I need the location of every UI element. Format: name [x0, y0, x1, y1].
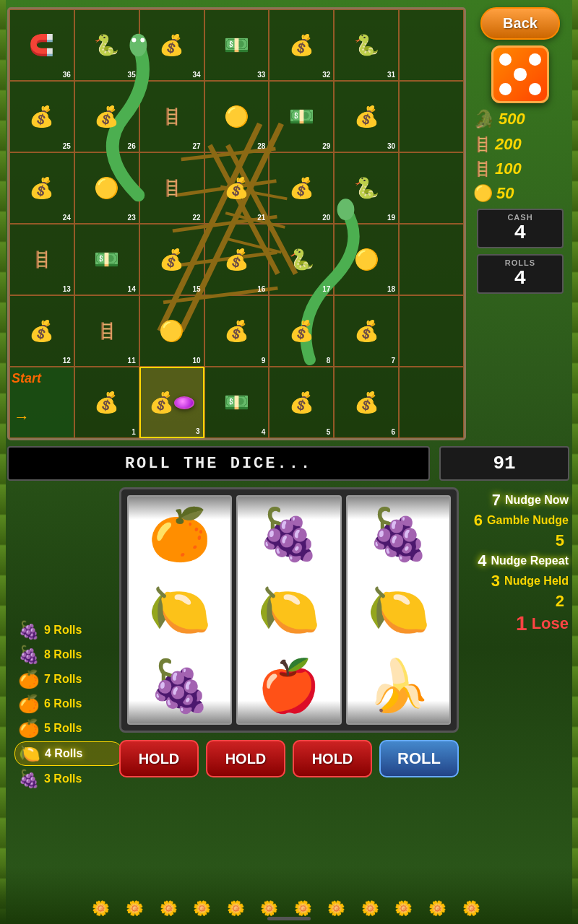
- roll-item-6: 🍊 6 Rolls: [14, 692, 123, 715]
- bamboo-right: [572, 0, 578, 924]
- cell-32: 💰 32: [269, 9, 334, 81]
- cell-11: 🪜 11: [74, 295, 139, 367]
- cell-23: 🟡 23: [74, 152, 139, 224]
- cell-8: 💰 8: [269, 295, 334, 367]
- cell-12: 💰 12: [9, 295, 74, 367]
- score-50: 🟡 50: [473, 184, 567, 203]
- reel1-fruit2: 🍋: [148, 585, 211, 635]
- cell-26: 💰 26: [74, 81, 139, 152]
- cell-20: 💰 20: [269, 152, 334, 224]
- die-dot-6: [529, 68, 541, 80]
- roll-item-8: 🍇 8 Rolls: [14, 643, 123, 666]
- home-indicator: [267, 917, 311, 920]
- dice[interactable]: [491, 45, 549, 103]
- roll-label-6: 6 Rolls: [44, 697, 82, 710]
- cell-19: 🐍 19: [334, 152, 399, 224]
- total-score: 91: [493, 453, 515, 474]
- buttons-row: HOLD HOLD HOLD ROLL: [119, 740, 459, 777]
- cell-9: 💰 9: [204, 295, 269, 367]
- snake-icon-large: 🐊: [473, 109, 495, 129]
- score-500: 🐊 500: [473, 109, 567, 129]
- reel-3: 🍇 🍋 🍌: [346, 495, 451, 725]
- roll-label-8: 8 Rolls: [44, 648, 82, 661]
- cell-27: 🪜 27: [139, 81, 204, 152]
- bamboo-left: [0, 0, 6, 924]
- roll-label-7: 7 Rolls: [44, 673, 82, 686]
- ladder-icon-100: 🪜: [473, 160, 491, 178]
- cell-10: 🟡 10: [139, 295, 204, 367]
- cell-29: 💵 29: [269, 81, 334, 152]
- prize-5: 5: [467, 531, 569, 550]
- prize-2: 2: [467, 592, 569, 611]
- roll-label-4: 4 Rolls: [45, 747, 82, 760]
- cell-empty-r2: [399, 81, 464, 152]
- cell-33: 💵 33: [204, 9, 269, 81]
- right-panel: Back 🐊 500 🪜 200 🪜 100 🟡 50 CASH 4 ROLLS…: [470, 7, 571, 440]
- cell-empty-r4: [399, 224, 464, 295]
- flowers-decoration: 🌼 🌼 🌼 🌼 🌼 🌼 🌼 🌼 🌼 🌼 🌼 🌼: [0, 899, 578, 917]
- marquee-bar: ROLL THE DICE...: [7, 446, 430, 481]
- cash-label: CASH: [481, 213, 559, 222]
- cell-empty-r6: [399, 367, 464, 438]
- hold-button-2[interactable]: HOLD: [206, 740, 285, 777]
- reel2-fruit3: 🍎: [257, 661, 320, 711]
- hold-button-1[interactable]: HOLD: [119, 740, 199, 777]
- cell-empty-r3: [399, 152, 464, 224]
- gold-icon-50: 🟡: [473, 184, 493, 203]
- cell-17: 🐍 17: [269, 224, 334, 295]
- cell-empty-r1: [399, 9, 464, 81]
- die-dot-8: [514, 83, 526, 95]
- prize-text-7: Nudge Now: [505, 494, 569, 507]
- ladder-icon-200: 🪜: [473, 136, 491, 153]
- rolls-panel: 🍇 9 Rolls 🍇 8 Rolls 🍊 7 Rolls 🍊 6 Rolls …: [7, 487, 123, 798]
- cell-22: 🪜 22: [139, 152, 204, 224]
- prize-1: 1 Lose: [467, 612, 569, 635]
- cell-36: 🧲 36: [9, 9, 74, 81]
- prize-num-5: 5: [556, 531, 564, 550]
- prize-panel: 7 Nudge Now 6 Gamble Nudge 5 4 Nudge Rep…: [470, 487, 574, 776]
- cell-start: Start →: [9, 367, 74, 438]
- cell-2: 💰 3: [139, 367, 204, 438]
- back-button[interactable]: Back: [480, 7, 560, 40]
- prize-num-4: 4: [478, 552, 486, 570]
- slot-machine: 🍊 🍋 🍇 🍇 🍋 🍎 🍇 🍋 🍌: [119, 487, 459, 733]
- prize-7: 7 Nudge Now: [467, 491, 569, 510]
- reel3-fruit2: 🍋: [367, 585, 430, 635]
- rolls-box: ROLLS 4: [477, 254, 564, 294]
- cell-18: 🟡 18: [334, 224, 399, 295]
- reel1-fruit1: 🍊: [148, 509, 211, 559]
- roll-button[interactable]: ROLL: [379, 740, 459, 777]
- cell-16: 💰 16: [204, 224, 269, 295]
- reel1-fruit3: 🍇: [148, 661, 211, 711]
- cell-13: 🪜 13: [9, 224, 74, 295]
- roll-label-3: 3 Rolls: [44, 772, 82, 785]
- die-dot-3: [529, 53, 541, 66]
- cell-5: 💰 5: [269, 367, 334, 438]
- rolls-value: 4: [481, 267, 559, 289]
- cash-box: CASH 4: [477, 209, 564, 248]
- cell-30: 💰 30: [334, 81, 399, 152]
- cash-value: 4: [481, 222, 559, 244]
- score-100-value: 100: [495, 160, 522, 178]
- die-dot-2: [514, 53, 526, 66]
- cell-4: 💵 4: [204, 367, 269, 438]
- cell-6: 💰 6: [334, 367, 399, 438]
- reel3-fruit3: 🍌: [367, 661, 430, 711]
- roll-label-9: 9 Rolls: [44, 624, 82, 637]
- cell-21: 💰 21: [204, 152, 269, 224]
- cell-35: 🐍 35: [74, 9, 139, 81]
- score-50-value: 50: [496, 184, 514, 203]
- prize-text-4: Nudge Repeat: [491, 554, 569, 567]
- roll-item-5: 🍊 5 Rolls: [14, 717, 123, 740]
- hold-button-3[interactable]: HOLD: [293, 740, 372, 777]
- roll-item-7: 🍊 7 Rolls: [14, 668, 123, 691]
- game-board: 🧲 36 🐍 35 💰 34 💵 33 💰 32 🐍 31 💰 25: [7, 7, 466, 440]
- roll-item-4: 🍋 4 Rolls: [14, 741, 123, 766]
- prize-text-3: Nudge Held: [504, 575, 569, 588]
- cell-34: 💰 34: [139, 9, 204, 81]
- die-dot-5: [514, 68, 526, 80]
- prize-num-7: 7: [492, 491, 501, 510]
- prize-3: 3 Nudge Held: [467, 572, 569, 590]
- cell-7: 💰 7: [334, 295, 399, 367]
- prize-num-1: 1: [516, 612, 527, 635]
